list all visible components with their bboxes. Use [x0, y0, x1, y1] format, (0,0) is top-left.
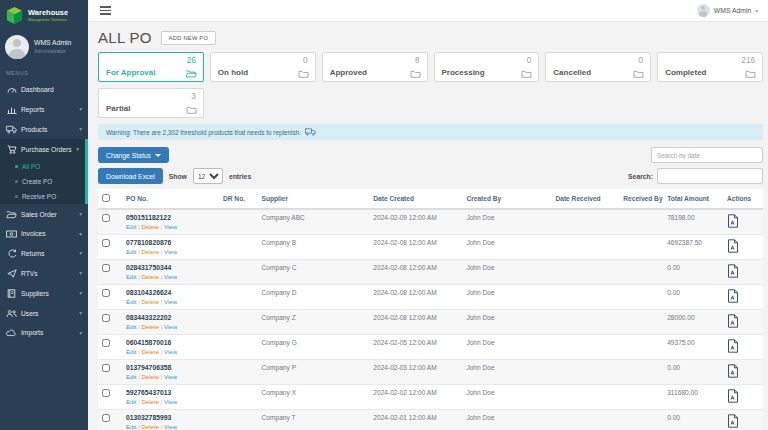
edit-link[interactable]: Edit: [126, 223, 137, 230]
view-link[interactable]: View: [164, 423, 177, 430]
row-actions-links: Edit | Delete | View: [126, 348, 215, 355]
row-checkbox[interactable]: [102, 289, 110, 297]
sidebar-item-reports[interactable]: Reports▾: [0, 99, 88, 119]
sidebar-item-sales-order[interactable]: Sales Order▾: [0, 204, 88, 224]
status-card-for-approval[interactable]: 26For Approval: [98, 52, 204, 82]
sidebar-item-products[interactable]: Products▾: [0, 119, 88, 139]
view-link[interactable]: View: [164, 323, 177, 330]
status-card-cancelled[interactable]: 0Cancelled: [545, 52, 651, 82]
table-row: 592765437013Edit | Delete | ViewCompany …: [98, 385, 763, 410]
edit-link[interactable]: Edit: [126, 423, 137, 430]
delete-link[interactable]: Delete: [141, 223, 159, 230]
view-link[interactable]: View: [164, 298, 177, 305]
suppliers-icon: [6, 289, 17, 298]
pdf-file-icon[interactable]: [727, 264, 739, 278]
edit-link[interactable]: Edit: [126, 348, 137, 355]
status-card-approved[interactable]: 8Approved: [322, 52, 428, 82]
status-card-processing[interactable]: 0Processing: [434, 52, 540, 82]
search-label: Search:: [628, 173, 653, 180]
bullet-icon: [15, 165, 18, 168]
pdf-file-icon[interactable]: [727, 389, 739, 403]
pdf-file-icon[interactable]: [727, 289, 739, 303]
delete-link[interactable]: Delete: [141, 398, 159, 405]
chevron-down-icon: ▾: [755, 8, 758, 14]
column-header-date-created[interactable]: Date Created: [369, 189, 462, 209]
pdf-file-icon[interactable]: [727, 314, 739, 328]
select-all-checkbox[interactable]: [102, 194, 110, 202]
view-link[interactable]: View: [164, 398, 177, 405]
sidebar-item-label: Purchase Orders: [21, 146, 72, 153]
view-link[interactable]: View: [164, 373, 177, 380]
view-link[interactable]: View: [164, 348, 177, 355]
delete-link[interactable]: Delete: [141, 323, 159, 330]
add-new-po-button[interactable]: ADD NEW PO: [161, 31, 216, 45]
search-by-date-input[interactable]: [651, 147, 763, 163]
edit-link[interactable]: Edit: [126, 373, 137, 380]
received-by-cell: [619, 385, 663, 410]
view-link[interactable]: View: [164, 223, 177, 230]
entries-select[interactable]: 12: [193, 168, 223, 184]
column-header-po-no[interactable]: PO No.: [122, 189, 219, 209]
column-header-dr-no[interactable]: DR No.: [219, 189, 258, 209]
sidebar-subitem-all-po[interactable]: All PO: [0, 159, 85, 174]
row-checkbox[interactable]: [102, 214, 110, 222]
sidebar-item-suppliers[interactable]: Suppliers▾: [0, 283, 88, 303]
delete-link[interactable]: Delete: [141, 373, 159, 380]
sidebar-item-invoices[interactable]: Invoices▾: [0, 224, 88, 243]
status-card-completed[interactable]: 216Completed: [657, 52, 763, 82]
po-number: 050151182122: [126, 214, 215, 221]
pdf-file-icon[interactable]: [727, 364, 739, 378]
sidebar-item-rtvs[interactable]: RTVs▾: [0, 263, 88, 283]
column-header-total-amount[interactable]: Total Amount: [663, 189, 723, 209]
delete-link[interactable]: Delete: [141, 423, 159, 430]
column-header-created-by[interactable]: Created By: [462, 189, 551, 209]
change-status-button[interactable]: Change Status: [98, 147, 169, 163]
row-checkbox[interactable]: [102, 314, 110, 322]
column-header-supplier[interactable]: Supplier: [258, 189, 370, 209]
row-checkbox[interactable]: [102, 364, 110, 372]
pdf-file-icon[interactable]: [727, 239, 739, 253]
download-excel-button[interactable]: Download Excel: [98, 168, 163, 184]
received-by-cell: [619, 335, 663, 360]
sidebar-subitem-receive-po[interactable]: Receive PO: [0, 189, 85, 204]
status-card-partial[interactable]: 3Partial: [98, 88, 204, 118]
delete-link[interactable]: Delete: [141, 248, 159, 255]
sidebar-item-purchase-orders[interactable]: Purchase Orders▾: [0, 139, 85, 159]
status-card-on-hold[interactable]: 0On hold: [210, 52, 316, 82]
sidebar-item-dashboard[interactable]: Dashboard: [0, 79, 88, 99]
column-header-actions[interactable]: Actions: [723, 189, 763, 209]
edit-link[interactable]: Edit: [126, 298, 137, 305]
search-input[interactable]: [657, 168, 763, 184]
edit-link[interactable]: Edit: [126, 273, 137, 280]
delete-link[interactable]: Delete: [141, 348, 159, 355]
pdf-file-icon[interactable]: [727, 214, 739, 228]
user-menu[interactable]: WMS Admin ▾: [697, 4, 758, 17]
edit-link[interactable]: Edit: [126, 248, 137, 255]
chevron-down-icon: ▾: [76, 146, 79, 152]
sidebar-subitem-create-po[interactable]: Create PO: [0, 174, 85, 189]
logo-subtitle: Management Solutions: [28, 18, 68, 22]
app-logo[interactable]: Warehouse Management Solutions: [0, 0, 88, 30]
delete-link[interactable]: Delete: [141, 298, 159, 305]
edit-link[interactable]: Edit: [126, 323, 137, 330]
total-amount-cell: 28000.00: [663, 310, 723, 335]
row-checkbox[interactable]: [102, 264, 110, 272]
row-checkbox[interactable]: [102, 414, 110, 422]
total-amount-cell: 0.00: [663, 360, 723, 385]
row-checkbox[interactable]: [102, 239, 110, 247]
pdf-file-icon[interactable]: [727, 339, 739, 353]
sidebar-item-users[interactable]: Users▾: [0, 303, 88, 323]
chevron-down-icon: ▾: [79, 330, 82, 336]
row-checkbox[interactable]: [102, 339, 110, 347]
row-checkbox[interactable]: [102, 389, 110, 397]
column-header-date-received[interactable]: Date Received: [552, 189, 620, 209]
hamburger-menu-icon[interactable]: [98, 4, 113, 17]
view-link[interactable]: View: [164, 273, 177, 280]
sidebar-item-imports[interactable]: Imports▾: [0, 323, 88, 342]
column-header-received-by[interactable]: Received By: [619, 189, 663, 209]
edit-link[interactable]: Edit: [126, 398, 137, 405]
delete-link[interactable]: Delete: [141, 273, 159, 280]
sidebar-item-returns[interactable]: Returns▾: [0, 243, 88, 263]
pdf-file-icon[interactable]: [727, 414, 739, 428]
view-link[interactable]: View: [164, 248, 177, 255]
